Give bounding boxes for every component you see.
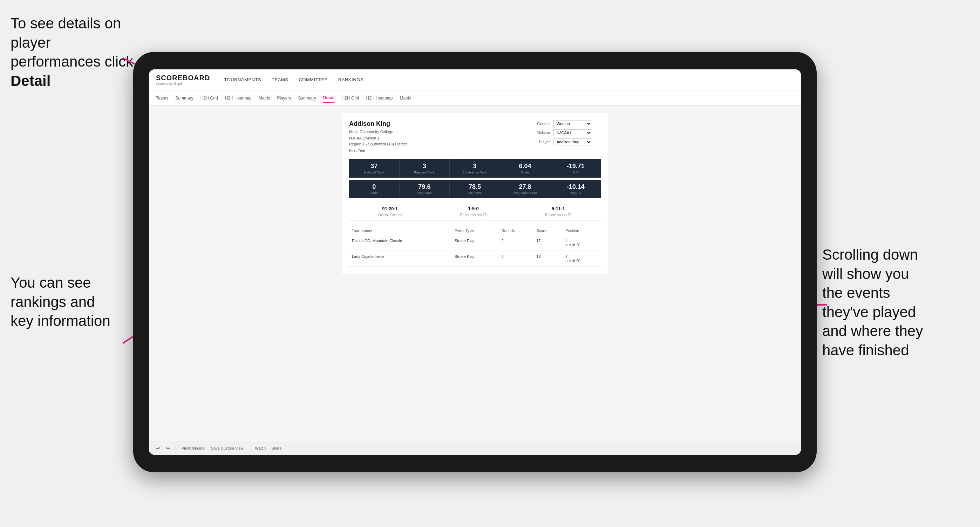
annotation-bottom-left: You can see rankings and key information (11, 273, 144, 331)
annotation-top-left-text: To see details on player performances cl… (11, 15, 133, 70)
overall-record: 91-20-1 Overall Record (378, 206, 402, 217)
division-select[interactable]: NJCAA I (554, 129, 592, 136)
subnav-matrix[interactable]: Matrix (259, 94, 270, 102)
annotation-right-line4: they've played (822, 304, 916, 320)
undo-icon: ↩ (156, 445, 160, 451)
toolbar-sep1 (176, 444, 176, 452)
col-tournament: Tournament (349, 226, 434, 235)
top25-record: 1-5-0 Record vs top 25 (460, 206, 487, 217)
stat-wins-value: 0 (352, 183, 396, 190)
annotation-right-line5: and where they (822, 323, 923, 339)
toolbar-sep2 (249, 444, 249, 452)
subnav-h2h-grid[interactable]: H2H Grid (200, 94, 218, 102)
position-1-sub: out of 20 (565, 243, 581, 247)
annotation-top-left: To see details on player performances cl… (11, 14, 144, 90)
player-school: Mesa Community College (349, 129, 407, 135)
stat-conference-rank-label: Conference Rank (452, 171, 497, 174)
record-section: 91-20-1 Overall Record 1-5-0 Record vs t… (349, 203, 601, 221)
subnav-h2h-heatmap[interactable]: H2H Heatmap (225, 94, 252, 102)
tournament-table: Tournament Event Type Rounds Score Posit… (349, 226, 601, 267)
stat-avg-sg: -10.14 Avg SG (550, 180, 601, 198)
stat-avg-score-to-par: 27.8 Avg Score to Par (500, 180, 550, 198)
stat-avg-sg-value: -10.14 (553, 183, 598, 190)
top50-record: 5-11-1 Record vs top 50 (545, 206, 572, 217)
tournament-name-2: Lady Coyote Invite (349, 251, 452, 267)
player-division: NJCAA Division 1 (349, 135, 407, 141)
annotation-detail-bold: Detail (11, 73, 51, 89)
toolbar-redo[interactable]: ↪ (166, 445, 170, 451)
tablet-frame: SCOREBOARD Powered by clippd TOURNAMENTS… (133, 52, 817, 472)
position-1-value: 4 (565, 239, 568, 243)
toolbar-save-custom[interactable]: Save Custom View (211, 446, 243, 450)
subnav-matrix2[interactable]: Matrix (400, 94, 412, 102)
annotation-right-line3: the events (822, 284, 890, 301)
event-type-1: Stroke Play (452, 235, 499, 251)
player-year: First Year (349, 148, 407, 154)
stat-avg-score-label: Avg Score (402, 191, 447, 195)
position-2-sub: out of 20 (565, 259, 581, 263)
player-select[interactable]: Addison King (554, 138, 592, 145)
subnav-summary[interactable]: Summary (175, 94, 193, 102)
col-score: Score (533, 226, 563, 235)
stats-row2: 0 Wins 79.6 Avg Score 78.5 Adj Score 2 (349, 180, 601, 198)
player-filter-label: Player (531, 140, 550, 144)
score-2: 16 (533, 251, 563, 267)
player-name: Addison King (349, 120, 407, 127)
toolbar-view-original[interactable]: View: Original (181, 446, 205, 450)
main-content: Addison King Mesa Community College NJCA… (149, 106, 801, 441)
gender-select[interactable]: Women (554, 120, 592, 127)
redo-icon: ↪ (166, 445, 170, 451)
top-nav-items: TOURNAMENTS TEAMS COMMITTEE RANKINGS (224, 75, 363, 84)
toolbar-watch[interactable]: Watch (255, 446, 266, 450)
subnav-teams[interactable]: Teams (156, 94, 168, 102)
rounds-1: 2 (499, 235, 534, 251)
col-spacer (434, 226, 452, 235)
stat-conference-rank-value: 3 (452, 163, 497, 170)
division-filter-row: Division NJCAA I (531, 129, 601, 136)
stat-avg-score-value: 79.6 (402, 183, 447, 190)
position-2-value: 7 (565, 254, 568, 259)
nav-tournaments[interactable]: TOURNAMENTS (224, 75, 261, 84)
table-row: Estella CC- Mountain Classic Stroke Play… (349, 235, 601, 251)
subnav-h2h-grid2[interactable]: H2H Grid (341, 94, 359, 102)
stat-avg-score-to-par-value: 27.8 (503, 183, 547, 190)
nav-teams[interactable]: TEAMS (272, 75, 288, 84)
content-area: Addison King Mesa Community College NJCA… (149, 106, 801, 441)
subnav-h2h-heatmap2[interactable]: H2H Heatmap (366, 94, 393, 102)
gender-filter-row: Gender Women (531, 120, 601, 127)
annotation-right-line1: Scrolling down (822, 246, 918, 263)
stat-avg-score: 79.6 Avg Score (399, 180, 450, 198)
stat-regional-rank-label: Regional Rank (402, 171, 447, 174)
player-detail-panel: Addison King Mesa Community College NJCA… (342, 113, 608, 274)
position-1: 4 out of 20 (563, 235, 601, 251)
subnav-detail[interactable]: Detail (323, 94, 335, 103)
nav-committee[interactable]: COMMITTEE (299, 75, 328, 84)
stat-regional-rank: 3 Regional Rank (399, 159, 450, 178)
stat-national-rank-value: 37 (352, 163, 396, 170)
stat-conference-rank: 3 Conference Rank (450, 159, 500, 178)
toolbar-undo[interactable]: ↩ (156, 445, 160, 451)
stat-wins: 0 Wins (349, 180, 399, 198)
stat-avg-sg-label: Avg SG (553, 191, 598, 195)
logo-powered: Powered by clippd (156, 82, 210, 86)
score-1: 17 (533, 235, 563, 251)
overall-record-value: 91-20-1 (378, 206, 402, 211)
stat-points: 6.04 Points (500, 159, 550, 178)
stat-adj-score-value: 78.5 (452, 183, 497, 190)
stat-avg-score-to-par-label: Avg Score to Par (503, 191, 547, 195)
tournament-name-1: Estella CC- Mountain Classic (349, 235, 452, 251)
subnav-players[interactable]: Players (277, 94, 291, 102)
stat-sos-value: -19.71 (553, 163, 598, 170)
stat-adj-score-label: Adj Score (452, 191, 497, 195)
annotation-bottom-line3: key information (11, 313, 110, 329)
annotation-right-line2: will show you (822, 266, 909, 282)
bottom-toolbar: ↩ ↪ View: Original Save Custom View Watc… (149, 441, 801, 455)
stat-adj-score: 78.5 Adj Score (450, 180, 500, 198)
nav-rankings[interactable]: RANKINGS (338, 75, 363, 84)
top25-record-label: Record vs top 25 (460, 213, 487, 217)
stats-row1: 37 National Rank 3 Regional Rank 3 Confe… (349, 159, 601, 178)
top-nav: SCOREBOARD Powered by clippd TOURNAMENTS… (149, 69, 801, 90)
toolbar-share[interactable]: Share (271, 446, 282, 450)
overall-record-label: Overall Record (378, 213, 402, 217)
subnav-summary2[interactable]: Summary (298, 94, 316, 102)
